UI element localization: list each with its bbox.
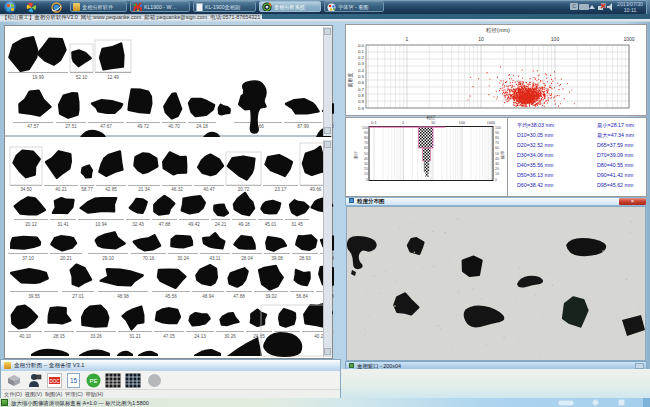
svg-text:DOC: DOC xyxy=(50,379,61,384)
svg-text:15: 15 xyxy=(70,377,78,384)
svg-text:PE: PE xyxy=(89,378,97,384)
